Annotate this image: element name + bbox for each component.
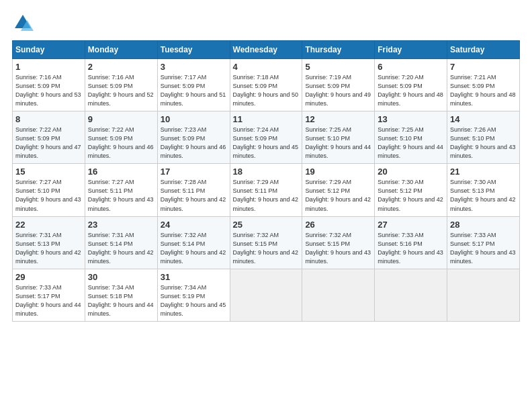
- calendar-cell: 8Sunrise: 7:22 AM Sunset: 5:09 PM Daylig…: [13, 111, 85, 164]
- calendar-cell: 22Sunrise: 7:31 AM Sunset: 5:13 PM Dayli…: [13, 216, 85, 269]
- calendar-weekday-wednesday: Wednesday: [230, 41, 302, 59]
- day-info: Sunrise: 7:22 AM Sunset: 5:09 PM Dayligh…: [15, 126, 82, 161]
- calendar-week-row: 15Sunrise: 7:27 AM Sunset: 5:10 PM Dayli…: [13, 164, 520, 216]
- day-info: Sunrise: 7:30 AM Sunset: 5:12 PM Dayligh…: [378, 178, 444, 213]
- calendar-weekday-monday: Monday: [85, 41, 157, 59]
- day-info: Sunrise: 7:32 AM Sunset: 5:14 PM Dayligh…: [161, 231, 227, 266]
- calendar-weekday-saturday: Saturday: [447, 41, 520, 59]
- day-number: 5: [305, 62, 371, 72]
- calendar-cell: 5Sunrise: 7:19 AM Sunset: 5:09 PM Daylig…: [302, 59, 375, 111]
- day-info: Sunrise: 7:30 AM Sunset: 5:13 PM Dayligh…: [450, 178, 517, 213]
- day-number: 23: [88, 220, 154, 230]
- day-number: 9: [88, 114, 154, 124]
- day-number: 20: [378, 167, 444, 177]
- day-info: Sunrise: 7:33 AM Sunset: 5:16 PM Dayligh…: [378, 231, 444, 266]
- calendar-cell: 11Sunrise: 7:24 AM Sunset: 5:09 PM Dayli…: [230, 111, 302, 164]
- calendar-cell: 17Sunrise: 7:28 AM Sunset: 5:11 PM Dayli…: [157, 164, 230, 216]
- day-number: 14: [450, 114, 517, 124]
- day-info: Sunrise: 7:32 AM Sunset: 5:15 PM Dayligh…: [233, 231, 300, 266]
- day-info: Sunrise: 7:25 AM Sunset: 5:10 PM Dayligh…: [305, 126, 371, 161]
- day-number: 4: [233, 62, 300, 72]
- day-info: Sunrise: 7:17 AM Sunset: 5:09 PM Dayligh…: [161, 73, 227, 108]
- day-info: Sunrise: 7:16 AM Sunset: 5:09 PM Dayligh…: [15, 73, 82, 108]
- calendar-weekday-tuesday: Tuesday: [157, 41, 230, 59]
- calendar-weekday-sunday: Sunday: [13, 41, 85, 59]
- calendar-weekday-thursday: Thursday: [302, 41, 375, 59]
- calendar-cell: 25Sunrise: 7:32 AM Sunset: 5:15 PM Dayli…: [230, 216, 302, 269]
- calendar-cell: 10Sunrise: 7:23 AM Sunset: 5:09 PM Dayli…: [157, 111, 230, 164]
- calendar-cell: 9Sunrise: 7:22 AM Sunset: 5:09 PM Daylig…: [85, 111, 157, 164]
- calendar-week-row: 22Sunrise: 7:31 AM Sunset: 5:13 PM Dayli…: [13, 216, 520, 269]
- day-number: 18: [233, 167, 300, 177]
- day-number: 26: [305, 220, 371, 230]
- calendar-cell: 12Sunrise: 7:25 AM Sunset: 5:10 PM Dayli…: [302, 111, 375, 164]
- calendar-cell: [447, 269, 520, 321]
- calendar-cell: 29Sunrise: 7:33 AM Sunset: 5:17 PM Dayli…: [13, 269, 85, 321]
- calendar-weekday-friday: Friday: [375, 41, 447, 59]
- day-number: 31: [161, 272, 227, 282]
- day-number: 11: [233, 114, 300, 124]
- day-info: Sunrise: 7:31 AM Sunset: 5:14 PM Dayligh…: [88, 231, 154, 266]
- day-number: 27: [378, 220, 444, 230]
- day-number: 12: [305, 114, 371, 124]
- calendar-cell: 31Sunrise: 7:34 AM Sunset: 5:19 PM Dayli…: [157, 269, 230, 321]
- calendar-cell: 15Sunrise: 7:27 AM Sunset: 5:10 PM Dayli…: [13, 164, 85, 216]
- day-info: Sunrise: 7:23 AM Sunset: 5:09 PM Dayligh…: [161, 126, 227, 161]
- calendar-cell: 7Sunrise: 7:21 AM Sunset: 5:09 PM Daylig…: [447, 59, 520, 111]
- day-number: 24: [161, 220, 227, 230]
- day-info: Sunrise: 7:33 AM Sunset: 5:17 PM Dayligh…: [450, 231, 517, 266]
- day-info: Sunrise: 7:33 AM Sunset: 5:17 PM Dayligh…: [15, 283, 82, 318]
- day-number: 3: [161, 62, 227, 72]
- day-number: 25: [233, 220, 300, 230]
- day-number: 17: [161, 167, 227, 177]
- day-info: Sunrise: 7:19 AM Sunset: 5:09 PM Dayligh…: [305, 73, 371, 108]
- logo-icon: [12, 12, 34, 34]
- day-info: Sunrise: 7:26 AM Sunset: 5:10 PM Dayligh…: [450, 126, 517, 161]
- calendar-header-row: SundayMondayTuesdayWednesdayThursdayFrid…: [13, 41, 520, 59]
- day-number: 21: [450, 167, 517, 177]
- calendar-cell: 6Sunrise: 7:20 AM Sunset: 5:09 PM Daylig…: [375, 59, 447, 111]
- day-number: 1: [15, 62, 82, 72]
- calendar-cell: 27Sunrise: 7:33 AM Sunset: 5:16 PM Dayli…: [375, 216, 447, 269]
- day-info: Sunrise: 7:32 AM Sunset: 5:15 PM Dayligh…: [305, 231, 371, 266]
- day-number: 13: [378, 114, 444, 124]
- calendar-cell: 13Sunrise: 7:25 AM Sunset: 5:10 PM Dayli…: [375, 111, 447, 164]
- day-info: Sunrise: 7:31 AM Sunset: 5:13 PM Dayligh…: [15, 231, 82, 266]
- day-number: 29: [15, 272, 82, 282]
- calendar-table: SundayMondayTuesdayWednesdayThursdayFrid…: [12, 40, 520, 322]
- calendar-cell: 26Sunrise: 7:32 AM Sunset: 5:15 PM Dayli…: [302, 216, 375, 269]
- day-info: Sunrise: 7:27 AM Sunset: 5:10 PM Dayligh…: [15, 178, 82, 213]
- header: [12, 12, 520, 34]
- day-info: Sunrise: 7:22 AM Sunset: 5:09 PM Dayligh…: [88, 126, 154, 161]
- day-number: 28: [450, 220, 517, 230]
- calendar-cell: 16Sunrise: 7:27 AM Sunset: 5:11 PM Dayli…: [85, 164, 157, 216]
- calendar-cell: 18Sunrise: 7:29 AM Sunset: 5:11 PM Dayli…: [230, 164, 302, 216]
- day-number: 15: [15, 167, 82, 177]
- calendar-cell: 4Sunrise: 7:18 AM Sunset: 5:09 PM Daylig…: [230, 59, 302, 111]
- day-number: 10: [161, 114, 227, 124]
- day-number: 8: [15, 114, 82, 124]
- day-number: 22: [15, 220, 82, 230]
- calendar-cell: 24Sunrise: 7:32 AM Sunset: 5:14 PM Dayli…: [157, 216, 230, 269]
- day-number: 30: [88, 272, 154, 282]
- calendar-week-row: 29Sunrise: 7:33 AM Sunset: 5:17 PM Dayli…: [13, 269, 520, 321]
- day-info: Sunrise: 7:24 AM Sunset: 5:09 PM Dayligh…: [233, 126, 300, 161]
- logo: [12, 12, 36, 34]
- day-info: Sunrise: 7:34 AM Sunset: 5:18 PM Dayligh…: [88, 283, 154, 318]
- calendar-cell: 19Sunrise: 7:29 AM Sunset: 5:12 PM Dayli…: [302, 164, 375, 216]
- day-number: 6: [378, 62, 444, 72]
- calendar-cell: [375, 269, 447, 321]
- calendar-cell: 1Sunrise: 7:16 AM Sunset: 5:09 PM Daylig…: [13, 59, 85, 111]
- day-info: Sunrise: 7:27 AM Sunset: 5:11 PM Dayligh…: [88, 178, 154, 213]
- calendar-cell: 2Sunrise: 7:16 AM Sunset: 5:09 PM Daylig…: [85, 59, 157, 111]
- day-info: Sunrise: 7:29 AM Sunset: 5:12 PM Dayligh…: [305, 178, 371, 213]
- day-info: Sunrise: 7:28 AM Sunset: 5:11 PM Dayligh…: [161, 178, 227, 213]
- day-number: 16: [88, 167, 154, 177]
- day-info: Sunrise: 7:34 AM Sunset: 5:19 PM Dayligh…: [161, 283, 227, 318]
- day-number: 7: [450, 62, 517, 72]
- calendar-week-row: 8Sunrise: 7:22 AM Sunset: 5:09 PM Daylig…: [13, 111, 520, 164]
- calendar-cell: 3Sunrise: 7:17 AM Sunset: 5:09 PM Daylig…: [157, 59, 230, 111]
- calendar-week-row: 1Sunrise: 7:16 AM Sunset: 5:09 PM Daylig…: [13, 59, 520, 111]
- calendar-cell: [230, 269, 302, 321]
- calendar-cell: 30Sunrise: 7:34 AM Sunset: 5:18 PM Dayli…: [85, 269, 157, 321]
